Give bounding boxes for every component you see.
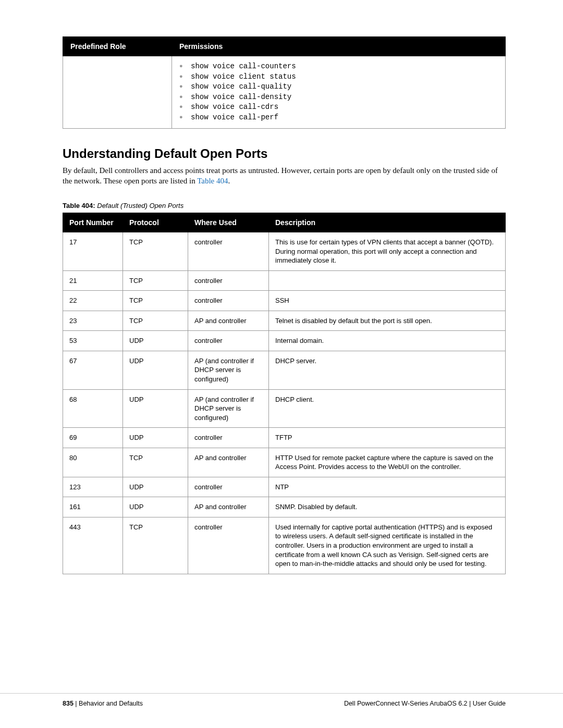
desc-cell: Internal domain. xyxy=(269,331,506,351)
port-cell: 68 xyxy=(63,389,123,428)
desc-cell: DHCP server. xyxy=(269,351,506,389)
where-cell: controller xyxy=(188,477,269,497)
protocol-cell: UDP xyxy=(123,389,188,428)
where-cell: AP and controller xyxy=(188,311,269,331)
port-cell: 17 xyxy=(63,232,123,271)
port-row: 17TCPcontrollerThis is use for certain t… xyxy=(63,232,506,271)
command-item: show voice call-density xyxy=(179,92,498,103)
port-row: 123UDPcontrollerNTP xyxy=(63,477,506,497)
port-cell: 23 xyxy=(63,311,123,331)
where-cell: AP (and controller if DHCP server is con… xyxy=(188,351,269,389)
port-cell: 53 xyxy=(63,331,123,351)
protocol-header: Protocol xyxy=(123,213,188,232)
port-row: 21TCPcontroller xyxy=(63,270,506,291)
command-item: show voice call-quality xyxy=(179,82,498,92)
port-cell: 67 xyxy=(63,351,123,389)
section-title: Understanding Default Open Ports xyxy=(63,146,506,161)
port-cell: 80 xyxy=(63,448,123,477)
where-cell: controller xyxy=(188,291,269,311)
desc-cell: HTTP Used for remote packet capture wher… xyxy=(269,448,506,477)
protocol-cell: TCP xyxy=(123,270,188,291)
caption-title: Default (Trusted) Open Ports xyxy=(97,202,183,209)
port-row: 69UDPcontrollerTFTP xyxy=(63,428,506,448)
desc-cell: SNMP. Disabled by default. xyxy=(269,497,506,517)
protocol-cell: TCP xyxy=(123,311,188,331)
port-header: Port Number xyxy=(63,213,123,232)
body-pre: By default, Dell controllers and access … xyxy=(63,166,498,185)
port-row: 67UDPAP (and controller if DHCP server i… xyxy=(63,351,506,389)
port-cell: 443 xyxy=(63,517,123,574)
port-row: 80TCPAP and controllerHTTP Used for remo… xyxy=(63,448,506,477)
where-header: Where Used xyxy=(188,213,269,232)
role-row: show voice call-counters show voice clie… xyxy=(63,56,506,129)
port-row: 22TCPcontrollerSSH xyxy=(63,291,506,311)
command-item: show voice call-perf xyxy=(179,113,498,123)
port-cell: 22 xyxy=(63,291,123,311)
page-container: Predefined Role Permissions show voice c… xyxy=(0,0,563,728)
protocol-cell: UDP xyxy=(123,497,188,517)
open-ports-table: Port Number Protocol Where Used Descript… xyxy=(63,213,506,574)
protocol-cell: UDP xyxy=(123,331,188,351)
protocol-cell: TCP xyxy=(123,232,188,271)
predefined-role-table: Predefined Role Permissions show voice c… xyxy=(63,36,506,129)
permissions-header: Permissions xyxy=(172,37,506,56)
footer-left: 835 | Behavior and Defaults xyxy=(63,700,143,707)
desc-cell: TFTP xyxy=(269,428,506,448)
where-cell: controller xyxy=(188,428,269,448)
table-404-link[interactable]: Table 404 xyxy=(197,177,228,185)
where-cell: controller xyxy=(188,517,269,574)
where-cell: controller xyxy=(188,331,269,351)
protocol-cell: UDP xyxy=(123,428,188,448)
permissions-cell: show voice call-counters show voice clie… xyxy=(172,56,506,129)
protocol-cell: TCP xyxy=(123,517,188,574)
protocol-cell: UDP xyxy=(123,477,188,497)
desc-cell xyxy=(269,270,506,291)
port-cell: 69 xyxy=(63,428,123,448)
role-cell xyxy=(63,56,172,129)
port-row: 161UDPAP and controllerSNMP. Disabled by… xyxy=(63,497,506,517)
table-caption: Table 404: Default (Trusted) Open Ports xyxy=(63,202,506,209)
port-cell: 123 xyxy=(63,477,123,497)
command-item: show voice client status xyxy=(179,72,498,82)
desc-cell: NTP xyxy=(269,477,506,497)
command-item: show voice call-counters xyxy=(179,61,498,72)
port-row: 68UDPAP (and controller if DHCP server i… xyxy=(63,389,506,428)
desc-cell: DHCP client. xyxy=(269,389,506,428)
role-header: Predefined Role xyxy=(63,37,172,56)
port-cell: 161 xyxy=(63,497,123,517)
port-row: 53UDPcontrollerInternal domain. xyxy=(63,331,506,351)
footer-sep: | xyxy=(74,700,79,707)
where-cell: controller xyxy=(188,232,269,271)
where-cell: AP (and controller if DHCP server is con… xyxy=(188,389,269,428)
command-list: show voice call-counters show voice clie… xyxy=(179,61,498,123)
section-body: By default, Dell controllers and access … xyxy=(63,165,506,187)
body-post: . xyxy=(228,177,230,185)
footer-chapter: Behavior and Defaults xyxy=(79,700,143,707)
where-cell: controller xyxy=(188,270,269,291)
caption-label: Table 404: xyxy=(63,202,95,209)
port-row: 443TCPcontrollerUsed internally for capt… xyxy=(63,517,506,574)
protocol-cell: TCP xyxy=(123,291,188,311)
port-row: 23TCPAP and controllerTelnet is disabled… xyxy=(63,311,506,331)
port-cell: 21 xyxy=(63,270,123,291)
protocol-cell: TCP xyxy=(123,448,188,477)
where-cell: AP and controller xyxy=(188,448,269,477)
footer-right: Dell PowerConnect W-Series ArubaOS 6.2 |… xyxy=(344,700,506,707)
page-footer: 835 | Behavior and Defaults Dell PowerCo… xyxy=(0,693,563,707)
desc-cell: Telnet is disabled by default but the po… xyxy=(269,311,506,331)
where-cell: AP and controller xyxy=(188,497,269,517)
desc-cell: Used internally for captive portal authe… xyxy=(269,517,506,574)
protocol-cell: UDP xyxy=(123,351,188,389)
desc-cell: SSH xyxy=(269,291,506,311)
command-item: show voice call-cdrs xyxy=(179,102,498,113)
description-header: Description xyxy=(269,213,506,232)
desc-cell: This is use for certain types of VPN cli… xyxy=(269,232,506,271)
page-number: 835 xyxy=(63,700,74,707)
